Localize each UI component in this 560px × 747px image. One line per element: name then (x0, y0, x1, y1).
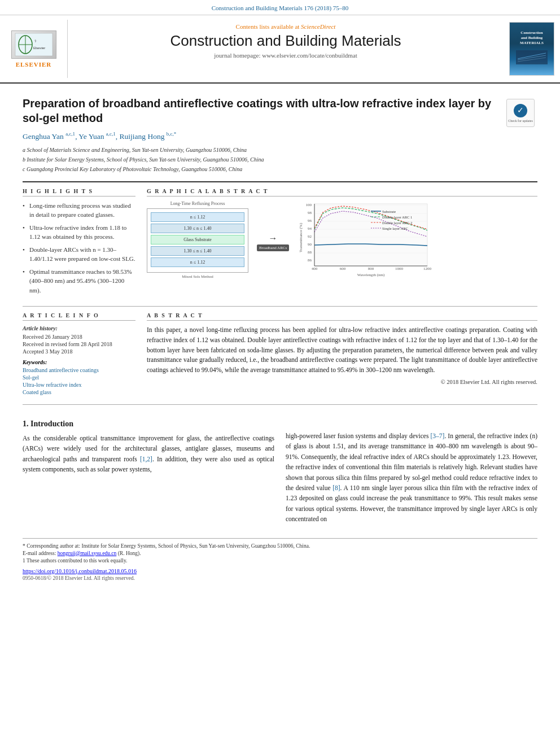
affiliation-a: a School of Materials Science and Engine… (23, 146, 498, 154)
ref-1-2[interactable]: [1,2] (140, 456, 152, 462)
ga-layer-mid2: 1.30 ≤ n ≤ 1.40 (151, 246, 244, 256)
elsevier-logo: ⚕ Elsevier ELSEVIER (11, 30, 56, 68)
check-for-updates: ✓ Check for updates (506, 99, 535, 127)
svg-text:100: 100 (306, 203, 312, 207)
history-label: Article history: (23, 325, 135, 331)
ga-layer-mid: 1.30 ≤ n ≤ 1.40 (151, 224, 244, 233)
email-label: E-mail address: (23, 551, 56, 556)
email-note: E-mail address: hongruij@mail.sysu.edu.c… (23, 551, 537, 556)
broadband-label: Broadband ARCs (257, 244, 289, 251)
svg-text:88: 88 (308, 250, 312, 255)
article-info-column: A R T I C L E I N F O Article history: R… (23, 312, 135, 396)
svg-text:Transmittance (%): Transmittance (%) (299, 222, 303, 252)
keywords-label: Keywords: (23, 359, 135, 365)
check-updates-label: Check for updates (508, 119, 533, 123)
issn-notice: 0950-0618/© 2018 Elsevier Ltd. All right… (23, 575, 537, 581)
affiliation-c: c Guangdong Provincial Key Laboratory of… (23, 165, 498, 173)
journal-issue-link[interactable]: Construction and Building Materials 176 … (212, 5, 349, 11)
ga-diagram-title: Long-Time Refluxing Process (147, 201, 248, 206)
highlights-graphical-section: H I G H L I G H T S Long-time refluxing … (23, 188, 537, 299)
journal-cover-image: Constructionand Building MATERIALS (509, 22, 554, 76)
received-revised-date: Received in revised form 28 April 2018 (23, 341, 135, 347)
svg-text:92: 92 (308, 234, 312, 239)
accepted-date: Accepted 3 May 2018 (23, 348, 135, 355)
check-updates-badge: ✓ Check for updates (506, 99, 537, 127)
svg-text:86: 86 (308, 258, 312, 263)
svg-text:96: 96 (308, 219, 312, 223)
highlights-heading: H I G H L I G H T S (23, 188, 135, 196)
svg-text:800: 800 (368, 267, 374, 271)
graphical-abstract-heading: G R A P H I C A L A B S T R A C T (147, 188, 537, 196)
transmittance-chart: 100 98 96 94 92 90 88 86 (298, 201, 439, 283)
svg-text:Wavelength (nm): Wavelength (nm) (357, 273, 385, 277)
svg-text:94: 94 (308, 226, 312, 231)
elsevier-logo-section: ⚕ Elsevier ELSEVIER (0, 20, 68, 78)
ga-diagram-box: n ≤ 1.12 1.30 ≤ n ≤ 1.40 Glass Substrate… (147, 208, 248, 273)
ga-right-arrow: → (269, 233, 278, 243)
svg-text:1000: 1000 (395, 267, 404, 271)
journal-bar: Construction and Building Materials 176 … (0, 0, 560, 15)
affiliations: a School of Materials Science and Engine… (23, 146, 498, 173)
cover-materials-label: MATERIALS (520, 41, 544, 46)
check-icon: ✓ (514, 104, 527, 117)
section-1-title: 1. Introduction (23, 420, 274, 429)
svg-text:98: 98 (308, 211, 312, 215)
highlight-item-4: Optimal transmittance reaches to 98.53% … (23, 267, 135, 295)
keyword-1[interactable]: Broadband antireflective coatings (23, 367, 135, 373)
ga-layer-top: n ≤ 1.12 (151, 212, 244, 222)
highlights-column: H I G H L I G H T S Long-time refluxing … (23, 188, 135, 299)
title-divider (23, 181, 537, 182)
article-info: Article history: Received 26 January 201… (23, 325, 135, 355)
ga-layer-glass: Glass Substrate (151, 235, 244, 244)
doi-link[interactable]: https://doi.org/10.1016/j.conbuildmat.20… (23, 568, 537, 574)
keyword-3[interactable]: Ultra-low refractive index (23, 382, 135, 388)
svg-text:Double layer ARC 1: Double layer ARC 1 (382, 215, 412, 219)
intro-col-right: high-powered laser fusion systems and di… (286, 410, 537, 529)
ga-bottom-label: Mixed Sols Method (147, 274, 248, 279)
cover-title-line1: Constructionand Building (520, 30, 542, 41)
article-title-block: Preparation of broadband antireflective … (23, 96, 498, 174)
keywords-section: Keywords: Broadband antireflective coati… (23, 359, 135, 395)
svg-text:Elsevier: Elsevier (33, 46, 45, 50)
highlight-item-1: Long-time refluxing process was studied … (23, 201, 135, 220)
intro-paragraph-2: high-powered laser fusion systems and di… (286, 431, 537, 525)
email-link[interactable]: hongruij@mail.sysu.edu.cn (58, 551, 117, 556)
svg-text:Double layer ARC 2: Double layer ARC 2 (382, 221, 412, 225)
svg-rect-6 (516, 50, 548, 64)
email-suffix: (R. Hong). (118, 551, 141, 556)
elsevier-label: ELSEVIER (11, 61, 56, 68)
article-info-heading: A R T I C L E I N F O (23, 312, 135, 321)
highlight-item-3: Double-layer ARCs with n = 1.30–1.40/1.1… (23, 245, 135, 264)
section-title-text: Introduction (30, 420, 73, 428)
svg-text:600: 600 (340, 267, 346, 271)
affiliation-b: b Institute for Solar Energy Systems, Sc… (23, 155, 498, 164)
svg-text:Substrate: Substrate (382, 209, 396, 213)
keyword-2[interactable]: Sol-gel (23, 374, 135, 381)
svg-text:400: 400 (312, 267, 318, 271)
main-content: Preparation of broadband antireflective … (0, 84, 560, 588)
doi-anchor[interactable]: https://doi.org/10.1016/j.conbuildmat.20… (23, 568, 137, 574)
ref-8[interactable]: [8] (333, 484, 340, 491)
article-title: Preparation of broadband antireflective … (23, 96, 498, 125)
abstract-column: A B S T R A C T In this paper, a novel l… (147, 312, 537, 396)
abstract-text: In this paper, a novel long-time refluxi… (147, 325, 537, 375)
svg-text:90: 90 (308, 242, 312, 247)
keyword-4[interactable]: Coated glass (23, 389, 135, 395)
received-date: Received 26 January 2018 (23, 334, 135, 340)
intro-paragraph-1: As the considerable optical transmittanc… (23, 433, 274, 475)
info-abstract-section: A R T I C L E I N F O Article history: R… (23, 312, 537, 396)
equal-contribution-note: 1 These authors contributed to this work… (23, 558, 537, 563)
elsevier-logo-image: ⚕ Elsevier (11, 30, 56, 59)
sciencedirect-label[interactable]: ScienceDirect (301, 23, 335, 30)
introduction-section: 1. Introduction As the considerable opti… (23, 410, 537, 529)
sciencedirect-link: Contents lists available at ScienceDirec… (79, 23, 492, 30)
highlights-list: Long-time refluxing process was studied … (23, 201, 135, 295)
abstract-heading: A B S T R A C T (147, 312, 537, 321)
section-divider-1 (23, 306, 537, 307)
journal-header-center: Contents lists available at ScienceDirec… (68, 20, 504, 78)
journal-title: Construction and Building Materials (79, 32, 492, 50)
ref-3-7[interactable]: [3–7] (430, 433, 444, 439)
footer-section: * Corresponding author at: Institute for… (23, 538, 537, 581)
highlight-item-2: Ultra-low refractive index from 1.18 to … (23, 223, 135, 242)
graphical-abstract-column: G R A P H I C A L A B S T R A C T Long-T… (147, 188, 537, 299)
